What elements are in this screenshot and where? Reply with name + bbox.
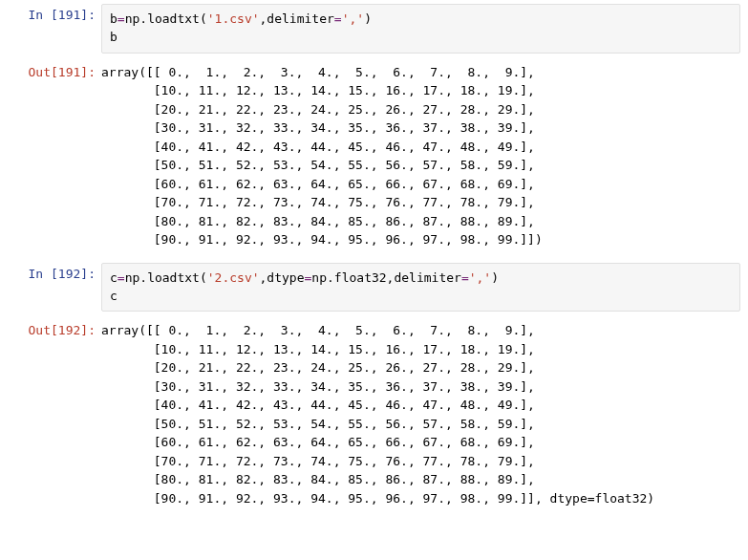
suffix: ]:	[80, 267, 96, 281]
out-prefix: Out[	[29, 65, 58, 79]
exec-count: 192	[58, 267, 80, 281]
code-input[interactable]: b=np.loadtxt('1.csv',delimiter=',') b	[101, 4, 740, 54]
in-prefix: In [	[29, 267, 58, 281]
suffix: ]:	[80, 65, 96, 79]
out-prompt: Out[191]:	[0, 57, 101, 83]
suffix: ]:	[80, 323, 96, 337]
code-output: array([[ 0., 1., 2., 3., 4., 5., 6., 7.,…	[101, 315, 748, 517]
exec-count: 192	[58, 323, 80, 337]
exec-count: 191	[58, 65, 80, 79]
in-prompt: In [192]:	[0, 259, 101, 285]
exec-count: 191	[58, 8, 80, 22]
in-prefix: In [	[29, 8, 58, 22]
cell-input-192: In [192]: c=np.loadtxt('2.csv',dtype=np.…	[0, 259, 748, 316]
out-prompt: Out[192]:	[0, 315, 101, 341]
cell-input-191: In [191]: b=np.loadtxt('1.csv',delimiter…	[0, 0, 748, 57]
cell-output-191: Out[191]: array([[ 0., 1., 2., 3., 4., 5…	[0, 57, 748, 259]
cell-output-192: Out[192]: array([[ 0., 1., 2., 3., 4., 5…	[0, 315, 748, 517]
out-prefix: Out[	[29, 323, 58, 337]
in-prompt: In [191]:	[0, 0, 101, 26]
code-input[interactable]: c=np.loadtxt('2.csv',dtype=np.float32,de…	[101, 263, 740, 312]
code-output: array([[ 0., 1., 2., 3., 4., 5., 6., 7.,…	[101, 57, 748, 259]
suffix: ]:	[80, 8, 96, 22]
